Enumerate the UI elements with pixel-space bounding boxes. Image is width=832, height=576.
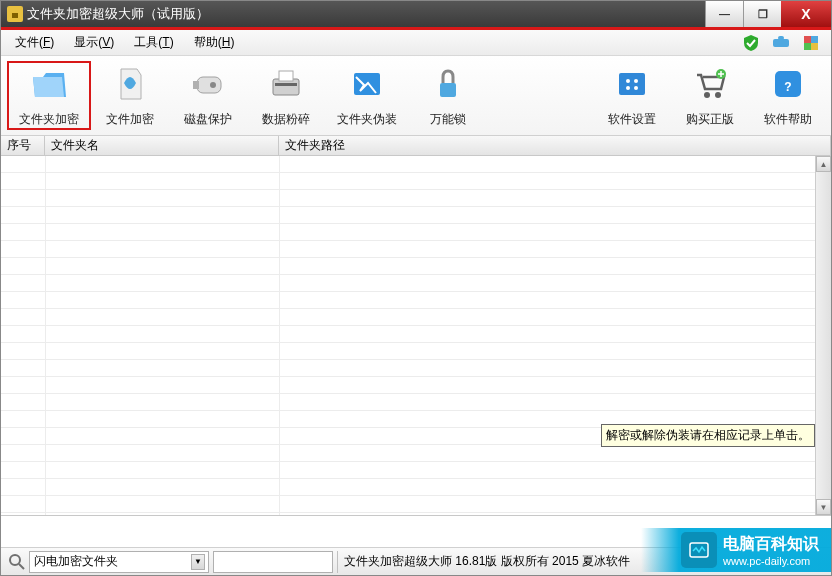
search-icon[interactable]: [8, 553, 26, 571]
svg-point-20: [634, 86, 638, 90]
lock-icon: [427, 63, 469, 105]
svg-rect-6: [804, 43, 811, 50]
help-icon: ?: [767, 63, 809, 105]
maximize-button[interactable]: ❐: [743, 1, 781, 27]
window-title: 文件夹加密超级大师（试用版）: [27, 5, 705, 23]
menu-tool[interactable]: 工具(T): [126, 30, 181, 55]
svg-rect-15: [440, 83, 456, 97]
svg-line-27: [19, 564, 24, 569]
watermark-icon: [681, 532, 717, 568]
folder-disguise-button[interactable]: 文件夹伪装: [325, 61, 409, 130]
tooltip: 解密或解除伪装请在相应记录上单击。: [601, 424, 815, 447]
svg-rect-5: [811, 36, 818, 43]
cart-icon: [689, 63, 731, 105]
file-encrypt-button[interactable]: 文件加密: [91, 61, 169, 130]
help-button[interactable]: ? 软件帮助: [749, 61, 827, 130]
settings-icon: [611, 63, 653, 105]
svg-rect-16: [619, 73, 645, 95]
watermark: 电脑百科知识 www.pc-daily.com: [641, 528, 831, 572]
svg-rect-9: [193, 81, 199, 89]
col-index[interactable]: 序号: [1, 136, 45, 155]
disk-protect-button[interactable]: 磁盘保护: [169, 61, 247, 130]
svg-point-22: [715, 92, 721, 98]
scroll-down-button[interactable]: ▼: [816, 499, 831, 515]
document-icon: [109, 63, 151, 105]
svg-rect-1: [12, 13, 18, 18]
app-icon: [7, 6, 23, 22]
svg-rect-13: [275, 83, 297, 86]
svg-rect-3: [778, 36, 784, 40]
buy-button[interactable]: 购买正版: [671, 61, 749, 130]
filter-dropdown[interactable]: 闪电加密文件夹 ▼: [29, 551, 209, 573]
svg-rect-12: [279, 71, 293, 81]
titlebar[interactable]: 文件夹加密超级大师（试用版） — ❐ X: [1, 1, 831, 27]
phone-icon[interactable]: [771, 33, 791, 53]
vertical-scrollbar[interactable]: ▲ ▼: [815, 156, 831, 515]
watermark-title: 电脑百科知识: [723, 534, 819, 555]
disguise-icon: [346, 63, 388, 105]
minimize-button[interactable]: —: [705, 1, 743, 27]
svg-point-26: [10, 555, 20, 565]
usb-icon: [187, 63, 229, 105]
svg-point-21: [704, 92, 710, 98]
menu-show[interactable]: 显示(V): [66, 30, 122, 55]
folder-encrypt-button[interactable]: 文件夹加密: [7, 61, 91, 130]
menubar: 文件(F) 显示(V) 工具(T) 帮助(H): [1, 30, 831, 56]
dropdown-value: 闪电加密文件夹: [34, 553, 118, 570]
svg-rect-2: [773, 39, 789, 47]
close-button[interactable]: X: [781, 1, 831, 27]
menu-file[interactable]: 文件(F): [7, 30, 62, 55]
svg-point-10: [210, 82, 216, 88]
list-area[interactable]: ▲ ▼ 解密或解除伪装请在相应记录上单击。: [1, 156, 831, 516]
app-window: 文件夹加密超级大师（试用版） — ❐ X 文件(F) 显示(V) 工具(T) 帮…: [0, 0, 832, 576]
col-folder-name[interactable]: 文件夹名: [45, 136, 279, 155]
svg-point-17: [626, 79, 630, 83]
svg-point-19: [626, 86, 630, 90]
col-folder-path[interactable]: 文件夹路径: [279, 136, 831, 155]
settings-button[interactable]: 软件设置: [593, 61, 671, 130]
search-input[interactable]: [213, 551, 333, 573]
svg-point-18: [634, 79, 638, 83]
folder-icon: [28, 63, 70, 105]
svg-rect-4: [804, 36, 811, 43]
shredder-icon: [265, 63, 307, 105]
data-shred-button[interactable]: 数据粉碎: [247, 61, 325, 130]
chevron-down-icon[interactable]: ▼: [191, 554, 205, 570]
scroll-up-button[interactable]: ▲: [816, 156, 831, 172]
svg-text:?: ?: [784, 80, 791, 94]
menu-help[interactable]: 帮助(H): [186, 30, 243, 55]
puzzle-icon[interactable]: [801, 33, 821, 53]
watermark-url: www.pc-daily.com: [723, 555, 819, 567]
svg-rect-8: [197, 77, 221, 93]
svg-rect-28: [690, 543, 708, 557]
list-rows: [1, 156, 815, 515]
universal-lock-button[interactable]: 万能锁: [409, 61, 487, 130]
svg-rect-7: [811, 43, 818, 50]
shield-icon[interactable]: [741, 33, 761, 53]
column-headers: 序号 文件夹名 文件夹路径: [1, 136, 831, 156]
toolbar: 文件夹加密 文件加密 磁盘保护 数据粉碎 文件夹伪装 万能锁 软件设置: [1, 56, 831, 136]
